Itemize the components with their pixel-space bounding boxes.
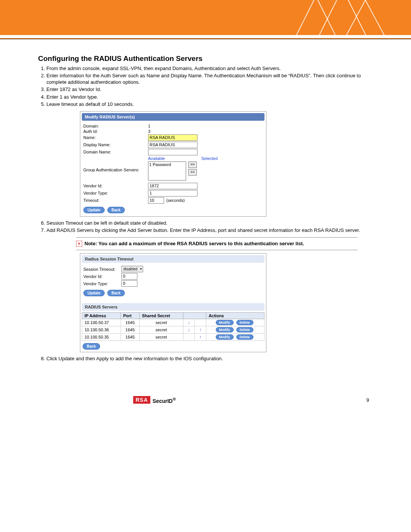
note-block: ✕ Note: You can add a maximum of three R… — [76, 237, 358, 250]
update-button[interactable]: Update — [83, 290, 105, 296]
available-header: Available — [148, 156, 186, 161]
modify-radius-panel: Modify RADIUS Server(s) Domain: 1 Auth I… — [80, 111, 266, 217]
page-title: Configuring the RADIUS Authentication Se… — [38, 54, 369, 63]
list-item[interactable]: 1 Password — [149, 162, 185, 167]
vendorid-label: Vendor Id: — [83, 184, 148, 188]
header-mountains-graphic — [285, 0, 400, 35]
rsa-mark: RSA — [133, 396, 150, 404]
step-item: Session Timeout can be left in default s… — [46, 220, 369, 226]
steps-list-1: From the admin console, expand SSL-VPN, … — [46, 65, 369, 107]
cell-port: 1645 — [121, 334, 139, 341]
modify-button[interactable]: Modify — [216, 334, 234, 340]
cell-port: 1645 — [121, 319, 139, 326]
timeout-input[interactable]: 10 — [148, 197, 164, 204]
vendorid-input[interactable]: 0 — [121, 273, 137, 280]
vendorid-input[interactable]: 1872 — [148, 183, 198, 189]
move-down-icon[interactable]: ↓ — [187, 327, 191, 332]
move-left-button[interactable]: << — [188, 169, 197, 176]
note-rule-top — [76, 237, 358, 238]
securid-text: SecurID — [153, 398, 173, 404]
step-item: Add RADIUS Servers by clicking the Add S… — [46, 227, 369, 233]
th-ip: IP Address — [82, 313, 121, 319]
domain-label: Domain: — [83, 124, 148, 128]
delete-button[interactable]: Delete — [236, 327, 253, 332]
th-secret: Shared Secret — [140, 313, 183, 319]
delete-button[interactable]: Delete — [236, 334, 253, 340]
page-footer: RSA SecurID® 9 — [0, 396, 411, 419]
modify-button[interactable]: Modify — [216, 327, 234, 332]
back-button[interactable]: Back — [83, 343, 100, 350]
registered-mark: ® — [173, 396, 176, 401]
step-item: Leave timeout as default of 10 seconds. — [46, 101, 369, 107]
timeout-suffix: (seconds) — [166, 198, 185, 203]
session-timeout-label: Session Timeout: — [83, 267, 121, 272]
vendortype-input[interactable]: 0 — [121, 280, 137, 287]
authid-value: 3 — [148, 129, 150, 134]
page-number: 9 — [366, 397, 369, 403]
panel-title: RADIUS Servers — [82, 303, 264, 311]
display-name-label: Display Name: — [83, 142, 148, 147]
delete-button[interactable]: Delete — [236, 320, 253, 325]
timeout-label: Timeout: — [83, 198, 148, 203]
table-row: 10.100.50.351645secret↑Modify Delete — [82, 334, 264, 341]
session-servers-panel: Radius Session Timeout Session Timeout: … — [80, 253, 266, 352]
move-right-button[interactable]: >> — [188, 161, 197, 168]
move-up-icon[interactable]: ↑ — [198, 334, 202, 340]
cell-ip: 10.100.50.35 — [82, 334, 121, 341]
domain-name-label: Domain Name: — [83, 150, 148, 154]
steps-list-3: Click Update and then Apply to add the n… — [46, 355, 369, 362]
note-text: Note: You can add a maximum of three RSA… — [84, 241, 304, 246]
steps-list-2: Session Timeout can be left in default s… — [46, 220, 369, 233]
cell-port: 1645 — [121, 326, 139, 334]
back-button[interactable]: Back — [107, 207, 125, 213]
display-name-input[interactable]: RSA RADIUS — [148, 142, 198, 148]
step-item: Enter 1872 as Vendor Id. — [46, 86, 369, 93]
panel-title: Radius Session Timeout — [82, 255, 264, 263]
th-port: Port — [121, 313, 139, 319]
radius-servers-table: IP Address Port Shared Secret Actions 10… — [82, 312, 264, 341]
back-button[interactable]: Back — [107, 290, 125, 296]
header-band — [0, 0, 411, 35]
move-down-icon[interactable]: ↓ — [187, 320, 191, 325]
cell-secret: secret — [140, 326, 183, 334]
selected-header: Selected — [201, 156, 218, 161]
step-item: Click Update and then Apply to add the n… — [46, 355, 369, 362]
vendortype-input[interactable]: 1 — [148, 190, 198, 197]
domain-name-input[interactable] — [148, 149, 198, 155]
update-button[interactable]: Update — [83, 207, 105, 213]
cell-ip: 10.100.50.36 — [82, 326, 121, 334]
table-row: 10.100.50.371645secret↓Modify Delete — [82, 319, 264, 326]
vendortype-label: Vendor Type: — [83, 191, 148, 195]
page-content: Configuring the RADIUS Authentication Se… — [0, 39, 411, 362]
gas-label: Group Authentication Servers: — [83, 161, 148, 172]
modify-button[interactable]: Modify — [216, 320, 234, 325]
note-icon: ✕ — [76, 241, 82, 247]
vendortype-label: Vendor Type: — [83, 281, 121, 286]
rsa-securid-logo: RSA SecurID® — [133, 396, 176, 404]
vendorid-label: Vendor Id: — [83, 274, 121, 279]
move-up-icon[interactable]: ↑ — [198, 327, 202, 332]
cell-secret: secret — [140, 319, 183, 326]
available-listbox[interactable]: 1 Password — [148, 161, 186, 181]
name-label: Name: — [83, 135, 148, 140]
note-rule-bottom — [76, 250, 358, 250]
cell-secret: secret — [140, 334, 183, 341]
step-item: Enter 1 as Vendor type. — [46, 94, 369, 100]
name-input[interactable]: RSA RADIUS — [148, 134, 198, 141]
step-item: From the admin console, expand SSL-VPN, … — [46, 65, 369, 72]
panel-title: Modify RADIUS Server(s) — [82, 113, 264, 121]
th-actions: Actions — [206, 313, 264, 319]
authid-label: Auth Id: — [83, 129, 148, 134]
cell-ip: 10.100.50.37 — [82, 319, 121, 326]
session-timeout-select[interactable]: disabled — [121, 266, 143, 272]
step-item: Enter information for the Auth Server su… — [46, 72, 369, 85]
table-row: 10.100.50.361645secret↓↑Modify Delete — [82, 326, 264, 334]
domain-value: 1 — [148, 124, 150, 128]
